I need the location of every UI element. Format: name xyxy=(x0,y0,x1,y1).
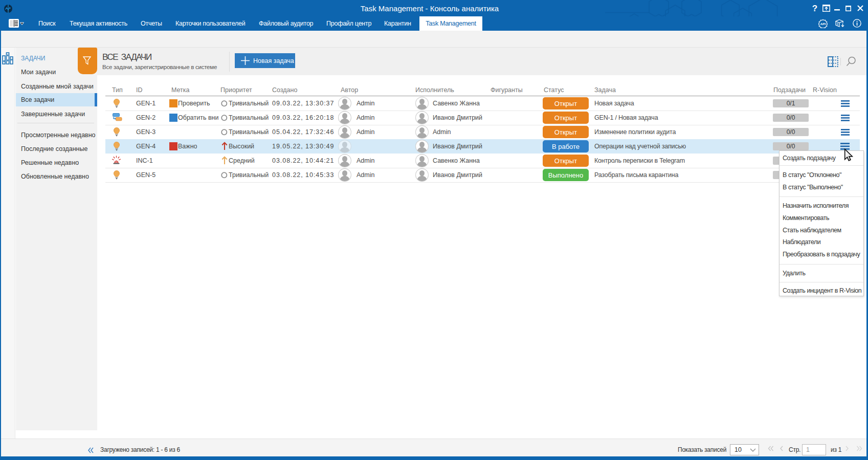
svg-text:API: API xyxy=(820,22,826,26)
